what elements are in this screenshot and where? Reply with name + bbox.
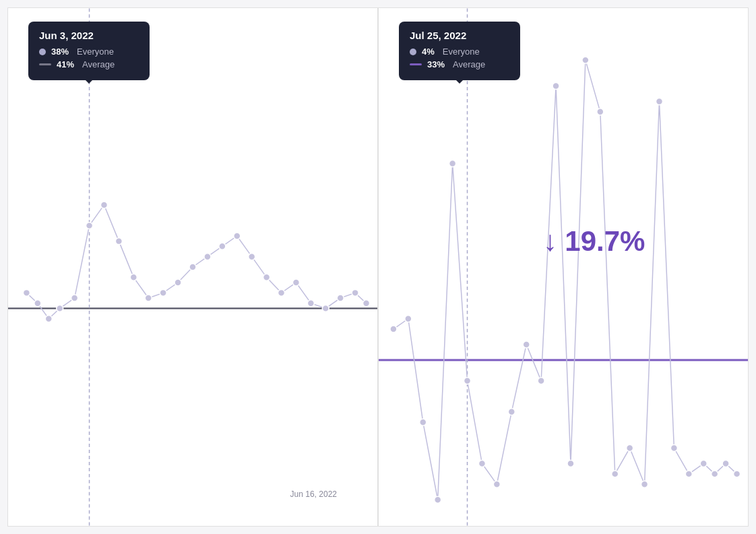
tooltip-everyone-label: Everyone bbox=[443, 47, 480, 57]
svg-point-51 bbox=[712, 471, 718, 477]
tooltip-date: Jul 25, 2022 bbox=[410, 30, 509, 41]
date-label-bottom: Jun 16, 2022 bbox=[290, 489, 337, 499]
svg-point-13 bbox=[175, 279, 181, 286]
svg-point-9 bbox=[115, 238, 122, 245]
tooltip-everyone-label: Everyone bbox=[77, 47, 114, 57]
svg-point-50 bbox=[700, 461, 707, 467]
svg-point-17 bbox=[234, 233, 241, 239]
svg-point-42 bbox=[582, 57, 589, 63]
tooltip-average-label: Average bbox=[453, 59, 485, 69]
svg-point-36 bbox=[493, 481, 500, 487]
svg-point-3 bbox=[34, 300, 41, 307]
svg-point-6 bbox=[71, 295, 78, 301]
tooltip-everyone-pct: 4% bbox=[422, 47, 435, 57]
svg-point-45 bbox=[627, 445, 633, 452]
big-stat-label: ↓ 19.7% bbox=[543, 225, 645, 258]
svg-point-30 bbox=[405, 316, 412, 322]
svg-point-44 bbox=[612, 471, 619, 477]
charts-container: Jun 3, 202238%Everyone41%AverageJun 16, … bbox=[7, 7, 749, 527]
svg-point-37 bbox=[508, 409, 515, 415]
tooltip-everyone-row: 4%Everyone bbox=[410, 47, 509, 57]
tooltip-average-pct: 41% bbox=[57, 59, 74, 69]
tooltip-dot-icon bbox=[39, 49, 46, 55]
tooltip-1: Jul 25, 20224%Everyone33%Average bbox=[399, 22, 520, 80]
svg-point-18 bbox=[249, 254, 255, 260]
tooltip-line-icon bbox=[410, 63, 422, 65]
svg-point-7 bbox=[86, 222, 93, 229]
tooltip-average-pct: 33% bbox=[427, 59, 445, 69]
tooltip-average-row: 41%Average bbox=[39, 59, 139, 69]
svg-point-16 bbox=[219, 243, 226, 249]
svg-point-52 bbox=[722, 461, 729, 467]
svg-point-33 bbox=[449, 160, 456, 167]
svg-point-12 bbox=[160, 289, 166, 296]
svg-point-38 bbox=[523, 341, 530, 348]
tooltip-everyone-row: 38%Everyone bbox=[39, 47, 139, 57]
svg-point-32 bbox=[435, 496, 441, 503]
chart-svg-0 bbox=[8, 8, 377, 526]
svg-point-29 bbox=[390, 326, 397, 332]
svg-point-25 bbox=[352, 289, 358, 296]
svg-point-24 bbox=[337, 295, 344, 301]
tooltip-line-icon bbox=[39, 63, 51, 65]
chart-panel-1: Jul 25, 20224%Everyone33%Average↓ 19.7% bbox=[378, 7, 749, 527]
svg-point-26 bbox=[363, 300, 370, 307]
svg-point-19 bbox=[263, 274, 270, 280]
svg-point-39 bbox=[538, 378, 544, 384]
svg-point-8 bbox=[100, 202, 107, 208]
svg-point-53 bbox=[734, 471, 741, 477]
chart-panel-0: Jun 3, 202238%Everyone41%AverageJun 16, … bbox=[7, 7, 378, 527]
svg-point-40 bbox=[553, 82, 559, 89]
svg-point-20 bbox=[278, 289, 285, 296]
svg-point-22 bbox=[307, 300, 314, 307]
tooltip-date: Jun 3, 2022 bbox=[39, 30, 139, 41]
svg-point-35 bbox=[478, 461, 485, 467]
tooltip-average-row: 33%Average bbox=[410, 59, 509, 69]
svg-point-21 bbox=[292, 279, 299, 286]
chart-svg-1 bbox=[379, 8, 748, 526]
svg-point-34 bbox=[464, 378, 471, 384]
tooltip-0: Jun 3, 202238%Everyone41%Average bbox=[28, 22, 150, 80]
svg-point-4 bbox=[45, 316, 52, 322]
tooltip-average-label: Average bbox=[82, 59, 115, 69]
svg-point-2 bbox=[23, 289, 30, 296]
svg-point-11 bbox=[145, 295, 152, 301]
svg-point-41 bbox=[567, 461, 574, 467]
svg-point-47 bbox=[656, 98, 662, 105]
svg-point-43 bbox=[597, 109, 604, 115]
svg-point-15 bbox=[204, 254, 211, 260]
svg-point-23 bbox=[322, 305, 329, 312]
svg-point-48 bbox=[670, 445, 677, 452]
svg-point-5 bbox=[57, 305, 63, 312]
svg-point-46 bbox=[641, 481, 648, 487]
svg-point-14 bbox=[189, 264, 196, 270]
svg-point-10 bbox=[130, 274, 137, 280]
tooltip-dot-icon bbox=[410, 49, 416, 55]
svg-point-31 bbox=[420, 419, 427, 425]
tooltip-everyone-pct: 38% bbox=[51, 47, 69, 57]
svg-point-49 bbox=[685, 471, 692, 477]
